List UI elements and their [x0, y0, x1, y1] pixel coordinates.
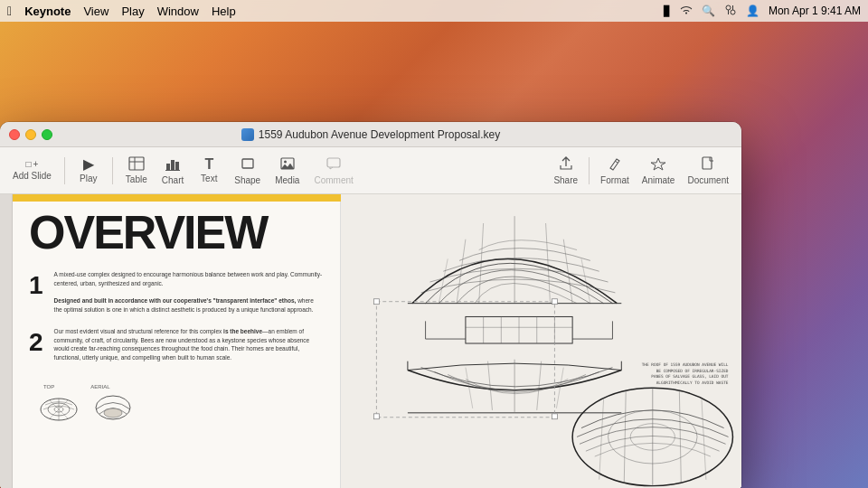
media-icon — [279, 156, 296, 174]
minimize-button[interactable] — [25, 129, 36, 140]
help-menu[interactable]: Help — [212, 5, 236, 18]
svg-rect-60 — [373, 414, 379, 419]
chart-icon — [165, 156, 181, 174]
fullscreen-button[interactable] — [42, 129, 52, 140]
animate-label: Animate — [642, 175, 675, 185]
comment-label: Comment — [314, 175, 353, 185]
add-slide-icon: □ + — [25, 160, 38, 169]
svg-rect-61 — [552, 414, 557, 419]
shape-button[interactable]: Shape — [229, 153, 266, 189]
play-button[interactable]: ▶ Play — [72, 154, 105, 187]
text-button[interactable]: T Text — [193, 154, 225, 187]
svg-text:PANES OF SALVAGE GLASS, LAID O: PANES OF SALVAGE GLASS, LAID OUT — [651, 374, 729, 379]
share-button[interactable]: Share — [548, 153, 583, 189]
aerial-view-thumbnail — [90, 391, 136, 423]
control-center-icon[interactable] — [724, 4, 737, 19]
window-title: 1559 Audubon Avenue Development Proposal… — [241, 128, 500, 141]
toolbar: □ + Add Slide ▶ Play Table Chart — [0, 147, 741, 194]
section-1-number: 1 — [29, 270, 43, 301]
svg-line-28 — [439, 258, 448, 303]
top-label: TOP — [43, 384, 54, 389]
svg-rect-4 — [129, 157, 144, 170]
keynote-window: 1559 Audubon Avenue Development Proposal… — [0, 122, 741, 488]
add-slide-button[interactable]: □ + Add Slide — [7, 156, 57, 184]
section-2-body: Our most evident visual and structural r… — [54, 327, 324, 362]
slide-title: OVERVIEW — [29, 209, 324, 256]
svg-line-39 — [487, 361, 492, 410]
comment-button[interactable]: Comment — [308, 153, 358, 189]
battery-icon[interactable]: ▊ — [664, 5, 671, 17]
close-button[interactable] — [9, 129, 20, 140]
datetime: Mon Apr 1 9:41 AM — [769, 5, 861, 17]
document-button[interactable]: Document — [682, 153, 734, 189]
table-icon — [128, 156, 145, 173]
toolbar-separator-3 — [589, 157, 590, 184]
shape-label: Shape — [234, 175, 260, 185]
animate-button[interactable]: Animate — [637, 153, 681, 189]
aerial-label: AERIAL — [90, 384, 109, 389]
section-2-block: 2 Our most evident visual and structural… — [29, 327, 324, 362]
apple-menu[interactable]:  — [7, 4, 12, 18]
media-label: Media — [275, 175, 299, 185]
add-slide-label: Add Slide — [13, 171, 52, 181]
menubar:  Keynote View Play Window Help ▊ 🔍 👤 Mo… — [0, 0, 868, 22]
svg-point-13 — [284, 160, 287, 163]
svg-line-41 — [466, 368, 473, 408]
svg-line-47 — [679, 389, 681, 483]
share-label: Share — [553, 175, 578, 185]
view-menu[interactable]: View — [83, 5, 108, 18]
svg-line-46 — [624, 389, 626, 483]
keynote-app-icon — [241, 128, 254, 141]
section-1-text: A mixed-use complex designed to encourag… — [54, 270, 324, 314]
svg-line-26 — [457, 239, 466, 304]
search-icon[interactable]: 🔍 — [702, 5, 715, 17]
user-icon[interactable]: 👤 — [746, 5, 760, 17]
document-title: 1559 Audubon Avenue Development Proposal… — [259, 128, 500, 141]
document-icon — [700, 156, 716, 174]
window-menu[interactable]: Window — [157, 5, 199, 18]
svg-rect-59 — [552, 299, 557, 305]
svg-rect-14 — [327, 158, 340, 167]
svg-line-49 — [702, 399, 706, 480]
text-icon: T — [204, 157, 213, 172]
svg-line-48 — [599, 399, 603, 480]
slide-right-column: THE ROOF OF 1559 AUDUBON AVENUE WILL BE … — [341, 194, 741, 488]
svg-text:BE COMPOSED OF IRREGULAR-SIZED: BE COMPOSED OF IRREGULAR-SIZED — [656, 369, 728, 373]
arch-drawing-svg: THE ROOF OF 1559 AUDUBON AVENUE WILL BE … — [341, 194, 741, 488]
svg-line-42 — [556, 368, 563, 408]
thumbnail-labels: TOP AERIAL — [29, 384, 324, 389]
svg-point-1 — [731, 10, 735, 14]
title-bar: 1559 Audubon Avenue Development Proposal… — [0, 122, 741, 147]
app-name-menu[interactable]: Keynote — [24, 5, 71, 18]
shape-icon — [240, 156, 256, 174]
svg-line-24 — [478, 223, 483, 304]
svg-rect-9 — [175, 162, 179, 170]
chart-label: Chart — [162, 175, 184, 185]
media-button[interactable]: Media — [269, 153, 305, 189]
share-icon — [558, 156, 574, 174]
section-1-block: 1 A mixed-use complex designed to encour… — [29, 270, 324, 314]
toolbar-separator-1 — [64, 157, 65, 184]
menubar-left:  Keynote View Play Window Help — [7, 4, 236, 18]
play-menu[interactable]: Play — [121, 5, 144, 18]
top-view-thumbnail — [36, 391, 81, 423]
format-button[interactable]: Format — [595, 153, 635, 189]
format-label: Format — [600, 175, 629, 185]
svg-text:ALGORITHMICALLY TO AVOID WASTE: ALGORITHMICALLY TO AVOID WASTE — [656, 380, 728, 385]
canvas-area[interactable]: OVERVIEW 1 A mixed-use complex designed … — [13, 194, 741, 488]
svg-marker-16 — [651, 158, 665, 170]
slide-canvas: OVERVIEW 1 A mixed-use complex designed … — [13, 194, 741, 488]
window-controls — [9, 129, 52, 140]
table-button[interactable]: Table — [120, 153, 153, 188]
svg-rect-11 — [242, 159, 253, 168]
svg-rect-58 — [373, 299, 379, 305]
wifi-icon[interactable] — [680, 5, 693, 17]
format-icon — [607, 156, 623, 174]
slide-content: OVERVIEW 1 A mixed-use complex designed … — [13, 194, 741, 488]
slide-left-column: OVERVIEW 1 A mixed-use complex designed … — [13, 194, 341, 488]
svg-line-25 — [545, 223, 550, 304]
chart-button[interactable]: Chart — [156, 153, 189, 189]
document-label: Document — [687, 175, 729, 185]
thumbnail-images — [29, 391, 324, 423]
table-label: Table — [126, 174, 147, 184]
